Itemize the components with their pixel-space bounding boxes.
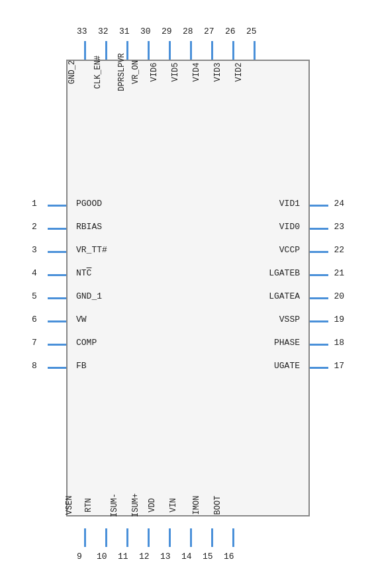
pin-label-bottom-15: IMON	[192, 496, 201, 515]
pin-label-top-25: VID2	[234, 63, 244, 82]
pin-label-bottom-10: RTN	[84, 498, 93, 513]
pin-line-right-18	[310, 344, 328, 346]
pin-line-bottom-12	[148, 528, 150, 547]
pin-line-right-21	[310, 274, 328, 276]
pin-num-32: 32	[98, 26, 109, 36]
pin-line-top-29	[169, 41, 171, 60]
pin-line-bottom-15	[211, 528, 213, 547]
pin-line-top-25	[254, 41, 256, 60]
pin-line-left-4	[48, 274, 66, 276]
pin-label-right-20: LGATEA	[269, 291, 300, 301]
pin-line-bottom-16	[232, 528, 234, 547]
pin-label-left-4: NTC	[76, 268, 91, 278]
pin-label-bottom-11: ISUM-	[110, 493, 119, 517]
pin-line-left-7	[48, 344, 66, 346]
pin-line-right-19	[310, 320, 328, 322]
pin-num-5: 5	[32, 291, 37, 301]
pin-num-31: 31	[119, 26, 130, 36]
pin-num-24: 24	[334, 199, 344, 209]
pin-label-bottom-12: ISUM+	[131, 493, 140, 517]
pin-num-28: 28	[183, 26, 193, 36]
pin-label-right-22: VCCP	[279, 245, 300, 255]
pin-label-top-30: VR_ON	[131, 60, 140, 84]
pin-line-right-22	[310, 251, 328, 253]
pin-label-right-19: VSSP	[279, 315, 300, 324]
pin-line-top-32	[105, 41, 107, 60]
pin-num-23: 23	[334, 222, 344, 232]
pin-num-14: 14	[181, 552, 192, 562]
pin-num-9: 9	[77, 552, 82, 562]
pin-num-15: 15	[203, 552, 213, 562]
pin-num-22: 22	[334, 245, 344, 255]
pin-num-2: 2	[32, 222, 37, 232]
pin-num-4: 4	[32, 268, 37, 278]
pin-line-bottom-13	[169, 528, 171, 547]
pin-num-29: 29	[162, 26, 172, 36]
ic-diagram: 33 GND_2 32 CLK_EN# 31 DPRSLPVR 30 VR_ON…	[0, 0, 376, 588]
pin-label-left-1: PGOOD	[76, 199, 102, 209]
pin-num-17: 17	[334, 361, 344, 371]
pin-num-8: 8	[32, 361, 37, 371]
pin-line-left-2	[48, 228, 66, 230]
pin-line-right-23	[310, 228, 328, 230]
pin-num-16: 16	[224, 552, 234, 562]
pin-num-33: 33	[77, 26, 87, 36]
pin-label-top-29: VID6	[150, 63, 159, 82]
pin-label-left-8: FB	[76, 361, 87, 371]
pin-label-top-33: GND_2	[68, 60, 77, 84]
pin-line-top-33	[84, 41, 86, 60]
pin-num-26: 26	[225, 26, 236, 36]
pin-num-13: 13	[160, 552, 171, 562]
pin-line-right-17	[310, 367, 328, 369]
pin-num-21: 21	[334, 268, 344, 278]
pin-line-top-27	[211, 41, 213, 60]
pin-label-right-24: VID1	[279, 199, 300, 209]
pin-num-27: 27	[204, 26, 214, 36]
pin-line-top-30	[148, 41, 150, 60]
pin-label-top-26: VID3	[213, 63, 222, 82]
pin-num-19: 19	[334, 315, 344, 324]
pin-num-10: 10	[97, 552, 107, 562]
pin-label-top-32: CLK_EN#	[93, 56, 103, 89]
pin-line-top-28	[190, 41, 192, 60]
pin-num-1: 1	[32, 199, 37, 209]
ic-body	[66, 60, 310, 516]
pin-label-bottom-16: BOOT	[213, 496, 222, 515]
pin-label-left-7: COMP	[76, 338, 97, 348]
pin-line-right-20	[310, 297, 328, 299]
pin-label-left-5: GND_1	[76, 291, 102, 301]
pin-label-left-6: VW	[76, 315, 87, 324]
pin-label-right-23: VID0	[279, 222, 300, 232]
pin-line-left-1	[48, 205, 66, 207]
pin-line-bottom-14	[190, 528, 192, 547]
pin-label-bottom-14: VIN	[169, 498, 178, 513]
pin-num-18: 18	[334, 338, 344, 348]
pin-line-right-24	[310, 205, 328, 207]
pin-label-bottom-9: VSEN	[65, 496, 74, 515]
pin-num-3: 3	[32, 245, 37, 255]
pin-label-right-21: LGATEB	[269, 268, 300, 278]
pin-num-7: 7	[32, 338, 37, 348]
pin-num-20: 20	[334, 291, 344, 301]
pin-num-25: 25	[246, 26, 257, 36]
pin-num-30: 30	[140, 26, 151, 36]
pin-line-bottom-10	[105, 528, 107, 547]
pin-label-top-28: VID5	[171, 63, 180, 82]
pin-num-12: 12	[139, 552, 150, 562]
pin-line-top-26	[232, 41, 234, 60]
pin-line-bottom-9	[84, 528, 86, 547]
pin-label-top-31: DPRSLPVR	[117, 53, 126, 91]
pin-num-6: 6	[32, 315, 37, 324]
pin-line-left-6	[48, 320, 66, 322]
pin-label-right-17: UGATE	[274, 361, 300, 371]
pin-label-right-18: PHASE	[274, 338, 300, 348]
pin-line-left-3	[48, 251, 66, 253]
pin-line-top-31	[126, 41, 128, 60]
pin-label-top-27: VID4	[192, 63, 201, 82]
pin-line-bottom-11	[126, 528, 128, 547]
pin-label-left-2: RBIAS	[76, 222, 102, 232]
pin-line-left-8	[48, 367, 66, 369]
pin-line-left-5	[48, 297, 66, 299]
pin-label-bottom-13: VDD	[148, 498, 157, 513]
pin-num-11: 11	[118, 552, 128, 562]
